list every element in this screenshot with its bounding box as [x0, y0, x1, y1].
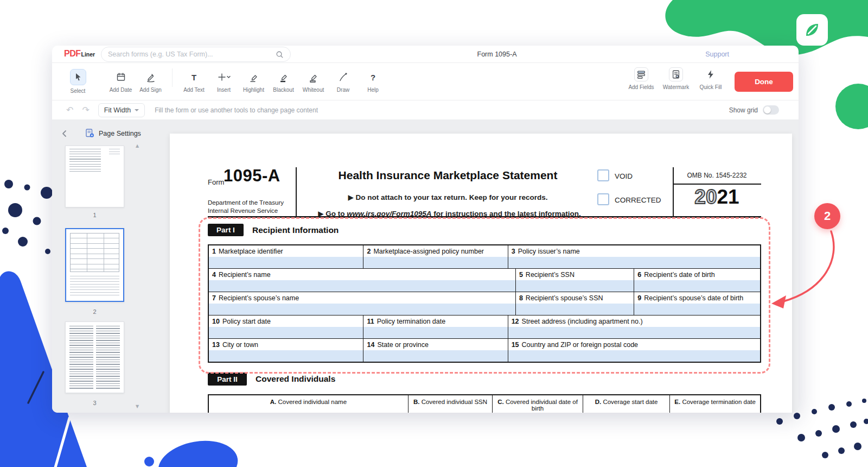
- tool-label: Help: [367, 87, 379, 93]
- show-grid-toggle[interactable]: [763, 105, 779, 115]
- decor-blue-blob: [144, 432, 247, 467]
- column-header: D. Coverage start date: [583, 395, 671, 413]
- page-settings-button[interactable]: Page Settings: [85, 128, 141, 138]
- part1-title: Recipient Information: [252, 225, 339, 235]
- zoom-mode-value: Fit Width: [104, 106, 131, 114]
- field-cell: 2Marketplace-assigned policy number: [363, 245, 508, 268]
- table-row: 7Recipient’s spouse’s name 8Recipient’s …: [209, 292, 760, 315]
- field-cell: 6Recipient’s date of birth: [634, 269, 760, 292]
- toolbar-divider: [172, 68, 173, 87]
- tool-label: Insert: [217, 87, 231, 93]
- tool-select[interactable]: Select: [63, 69, 93, 94]
- form-field-input[interactable]: [209, 257, 363, 268]
- tool-insert[interactable]: Insert: [209, 70, 239, 93]
- done-button[interactable]: Done: [735, 72, 793, 92]
- form-field-input[interactable]: [634, 304, 760, 315]
- page-thumbnail-3[interactable]: [65, 321, 124, 393]
- tool-whiteout[interactable]: Whiteout: [298, 70, 328, 93]
- tool-label: Add Date: [110, 87, 132, 93]
- form-field-input[interactable]: [363, 350, 507, 362]
- tool-add-text[interactable]: T Add Text: [179, 70, 209, 93]
- tool-draw[interactable]: Draw: [328, 70, 358, 93]
- tool-help[interactable]: ? Help: [358, 70, 388, 93]
- form-number: 1095-A: [224, 166, 280, 186]
- thumbnails-scroll-up[interactable]: ▲: [136, 143, 139, 148]
- search-icon: [276, 51, 284, 59]
- dept-line-1: Department of the Treasury: [208, 199, 284, 206]
- form-field-input[interactable]: [209, 350, 363, 362]
- redo-button[interactable]: ↷: [82, 106, 89, 115]
- document-title: Form 1095-A: [477, 51, 517, 58]
- header-rule: [208, 216, 761, 218]
- calendar-icon: [116, 70, 126, 84]
- logo-pdf-text: PDF: [64, 49, 81, 59]
- form-field-input[interactable]: [363, 327, 507, 338]
- undo-button[interactable]: ↶: [66, 106, 73, 115]
- question-icon: ?: [371, 70, 375, 84]
- tool-blackout[interactable]: Blackout: [269, 70, 298, 93]
- corrected-checkbox[interactable]: [597, 193, 609, 205]
- thumbnails-scroll-down[interactable]: ▼: [136, 404, 139, 409]
- field-cell: 1Marketplace identifier: [209, 245, 363, 268]
- sub-toolbar: ↶ ↷ Fit Width Fill the form or use anoth…: [52, 100, 799, 119]
- form-field-input[interactable]: [508, 327, 760, 338]
- tool-quick-fill[interactable]: Quick Fill: [693, 67, 728, 90]
- tool-highlight[interactable]: Highlight: [239, 70, 269, 93]
- whiteout-icon: [308, 70, 319, 84]
- tool-watermark[interactable]: Watermark: [659, 67, 693, 90]
- column-header: B. Covered individual SSN: [409, 395, 493, 413]
- form-field-input[interactable]: [209, 304, 515, 315]
- form-field-input[interactable]: [508, 350, 760, 362]
- page-settings-label: Page Settings: [99, 130, 141, 137]
- tool-add-fields[interactable]: Add Fields: [624, 67, 659, 90]
- tool-label: Add Fields: [628, 84, 654, 90]
- form-word: Form: [208, 178, 224, 186]
- form-field-input[interactable]: [508, 257, 760, 268]
- top-bar: PDF Liner Form 1095-A Support: [52, 46, 799, 63]
- field-cell: 8Recipient’s spouse’s SSN: [516, 292, 634, 315]
- signature-icon: [145, 70, 156, 84]
- tool-add-sign[interactable]: Add Sign: [136, 70, 165, 93]
- form-year: 2021: [673, 186, 761, 209]
- field-cell: 5Recipient’s SSN: [516, 269, 634, 292]
- search-input[interactable]: [108, 51, 276, 58]
- tool-label: Blackout: [273, 87, 293, 93]
- form-field-input[interactable]: [363, 257, 507, 268]
- part2-header-row: A. Covered individual name B. Covered in…: [208, 394, 761, 413]
- page-number-1: 1: [65, 212, 124, 218]
- tool-add-date[interactable]: Add Date: [106, 70, 136, 93]
- tool-label: Add Text: [183, 87, 205, 93]
- field-cell: 13City or town: [209, 339, 363, 362]
- page-thumbnail-1[interactable]: [65, 146, 124, 207]
- form-field-input[interactable]: [516, 280, 634, 292]
- thumbnail-content: [109, 149, 120, 154]
- void-checkbox[interactable]: [597, 169, 609, 181]
- sidebar-collapse-button[interactable]: [61, 129, 68, 140]
- page-thumbnail-2[interactable]: [65, 228, 124, 302]
- form-field-input[interactable]: [209, 327, 363, 338]
- tool-label: Highlight: [243, 87, 264, 93]
- plus-chevron-icon: [217, 70, 231, 84]
- search-form: [101, 47, 291, 62]
- page-number-2: 2: [65, 308, 124, 315]
- form-field-input[interactable]: [634, 280, 760, 292]
- app-window: PDF Liner Form 1095-A Support Select Add…: [52, 46, 799, 413]
- thumbnail-content: [69, 149, 101, 172]
- tool-label: Watermark: [663, 84, 690, 90]
- content-area: Page Settings 1 2 3 ▲ ▼ Form 1095-A Depa…: [52, 119, 799, 413]
- column-header: E. Coverage termination date: [670, 395, 760, 413]
- zoom-mode-dropdown[interactable]: Fit Width: [98, 103, 145, 117]
- column-header: C. Covered individual date of birth: [493, 395, 583, 413]
- corrected-label: CORRECTED: [615, 196, 661, 204]
- decor-navy-line: [22, 369, 49, 407]
- thumbnail-content: [70, 233, 119, 272]
- form-instruction-1: ▶ Do not attach to your tax return. Keep…: [300, 193, 596, 201]
- omb-underline: [673, 184, 761, 185]
- form-field-input[interactable]: [516, 304, 634, 315]
- support-link[interactable]: Support: [705, 51, 729, 58]
- callout-arrow: [755, 224, 853, 313]
- year-solid-digits: 21: [717, 186, 739, 208]
- form-field-input[interactable]: [209, 280, 515, 292]
- cursor-icon: [70, 69, 86, 85]
- form-title: Health Insurance Marketplace Statement: [300, 169, 596, 182]
